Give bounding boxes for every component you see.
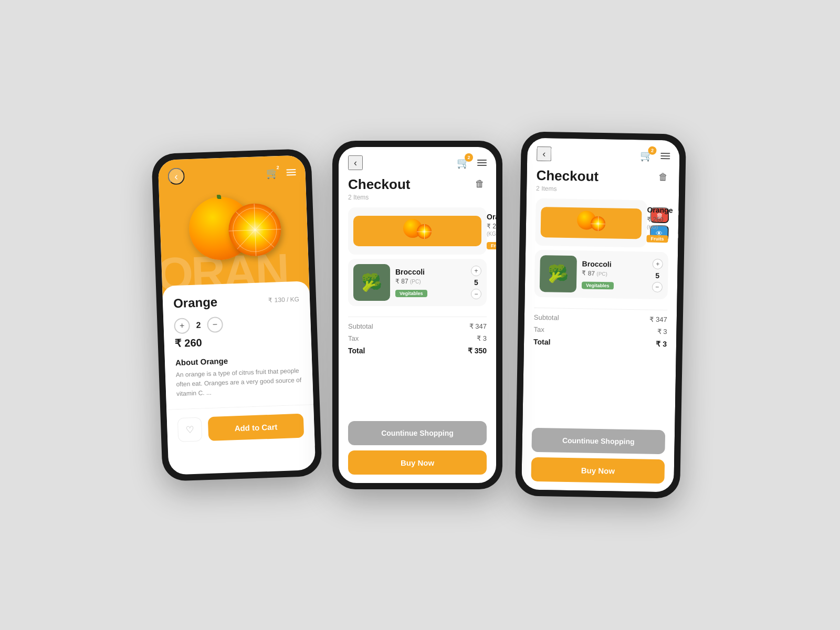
- divider-3: [534, 308, 667, 310]
- phone-product-detail: ORAN ‹ 🛒 2: [151, 149, 322, 481]
- checkout-nav-right: 🛒 2: [457, 156, 487, 169]
- tax-row-3: Tax ₹ 3: [533, 326, 667, 335]
- item-tag-fruits: Fruits: [487, 242, 496, 249]
- checkout-items-3: Orange ₹ 260 (KG) Fruits + 2 −: [524, 194, 679, 308]
- menu-button[interactable]: [477, 160, 487, 166]
- total-price: ₹ 260: [174, 333, 301, 350]
- checkout-screen: ‹ 🛒 2: [339, 147, 496, 483]
- product-name: Orange: [173, 295, 218, 311]
- item-image-broccoli-3: 🥦: [540, 255, 577, 292]
- back-icon: ‹: [174, 170, 178, 182]
- checkout-title-row-3: Checkout 2 Items 🗑: [527, 165, 679, 197]
- checkout-title-row: Checkout 2 Items 🗑: [339, 174, 496, 203]
- back-icon: ‹: [354, 158, 357, 169]
- hamburger-line-3: [287, 174, 296, 176]
- checkout-title-block: Checkout 2 Items: [348, 176, 410, 201]
- item-tag-vegetables-3: Vegitables: [582, 281, 614, 289]
- cart-item-orange-3: Orange ₹ 260 (KG) Fruits + 2 −: [535, 198, 647, 248]
- item-details-broccoli: Broccoli ₹ 87 (PC) Vegitables: [390, 268, 471, 297]
- tax-value-3: ₹ 3: [657, 328, 667, 335]
- quantity-value: 2: [196, 320, 201, 330]
- hamburger-line-3: [660, 158, 670, 159]
- trash-icon: 🗑: [475, 178, 485, 189]
- product-image: [159, 188, 309, 272]
- item-qty-increase-b3[interactable]: +: [653, 259, 663, 269]
- item-image-orange-3: [541, 207, 642, 239]
- cart-count-badge: 2: [465, 153, 473, 162]
- checkout-items: Orange ₹ 260 (KG) Fruits + 2 −: [339, 203, 496, 314]
- product-title-row: Orange ₹ 130 / KG: [173, 292, 300, 311]
- hamburger-line-1: [660, 153, 670, 154]
- screens-container: ORAN ‹ 🛒 2: [157, 133, 683, 497]
- hero-nav: ‹ 🛒 2: [158, 155, 306, 194]
- item-qty-increase-3[interactable]: +: [678, 208, 680, 218]
- checkout-back-button[interactable]: ‹: [348, 155, 363, 170]
- hamburger-line-1: [477, 160, 487, 161]
- buy-now-button[interactable]: Buy Now: [348, 450, 487, 475]
- cart-button-3[interactable]: 🛒 2: [640, 149, 653, 162]
- item-price: ₹ 260 (KG): [647, 216, 673, 231]
- hamburger-line-2: [477, 162, 487, 163]
- product-actions: ♡ Add to Cart: [166, 404, 315, 451]
- add-to-cart-button[interactable]: Add to Cart: [208, 414, 304, 441]
- hamburger-line-2: [660, 155, 670, 156]
- product-info: Orange ₹ 130 / KG + 2 − ₹ 260 About Oran…: [162, 281, 313, 410]
- wishlist-button[interactable]: ♡: [177, 417, 203, 442]
- tax-label: Tax: [348, 334, 359, 342]
- item-details-orange: Orange ₹ 260 (KG) Fruits: [481, 213, 496, 249]
- checkout-title-block-3: Checkout 2 Items: [536, 167, 598, 193]
- delete-all-button-3[interactable]: 🗑: [656, 170, 670, 185]
- subtotal-label-3: Subtotal: [534, 313, 559, 322]
- item-details-broccoli-3: Broccoli ₹ 87 (PC) Vegitables: [576, 259, 653, 290]
- item-qty-decrease-3[interactable]: −: [677, 231, 679, 242]
- cart-button[interactable]: 🛒 2: [266, 166, 279, 180]
- buy-now-button-3[interactable]: Buy Now: [531, 457, 665, 484]
- item-qty-decrease-b3[interactable]: −: [652, 282, 663, 292]
- item-tag-fruits-3: Fruits: [646, 235, 668, 243]
- item-qty-value-b3: 5: [655, 271, 659, 280]
- cart-button[interactable]: 🛒 2: [457, 156, 470, 169]
- hamburger-line-2: [287, 172, 296, 173]
- total-row-3: Total ₹ 3: [533, 338, 667, 348]
- tax-label-3: Tax: [533, 326, 544, 333]
- menu-button[interactable]: [286, 169, 296, 176]
- checkout-back-button-3[interactable]: ‹: [537, 146, 551, 161]
- phone-checkout-swipe: ‹ 🛒 2: [515, 131, 686, 498]
- cart-item-broccoli-3: 🥦 Broccoli ₹ 87 (PC) Vegitables + 5 −: [534, 250, 669, 299]
- cart-badge: 2: [274, 163, 282, 172]
- checkout-totals: Subtotal ₹ 347 Tax ₹ 3 Total ₹ 350: [339, 322, 496, 359]
- total-row: Total ₹ 350: [348, 346, 487, 355]
- product-price-tag: ₹ 130 / KG: [268, 296, 299, 304]
- item-name: Orange: [487, 213, 496, 221]
- item-qty-broccoli: + 5 −: [471, 266, 481, 299]
- item-qty-decrease[interactable]: −: [471, 289, 481, 299]
- continue-shopping-button-3[interactable]: Countinue Shopping: [531, 428, 665, 454]
- quantity-decrease-button[interactable]: −: [207, 317, 223, 333]
- divider: [348, 317, 487, 317]
- item-qty-orange-3: + 2 −: [677, 208, 679, 242]
- item-price: ₹ 260 (KG): [487, 223, 496, 237]
- about-text: An orange is a type of citrus fruit that…: [176, 366, 303, 398]
- delete-all-button[interactable]: 🗑: [473, 176, 487, 192]
- back-button[interactable]: ‹: [167, 167, 185, 185]
- trash-icon: 🗑: [658, 172, 667, 182]
- hamburger-line-3: [477, 165, 487, 166]
- item-qty-value: 5: [474, 278, 478, 287]
- swipe-item-orange: Orange ₹ 260 (KG) Fruits + 2 −: [535, 198, 669, 248]
- continue-shopping-button[interactable]: Countinue Shopping: [348, 421, 487, 445]
- checkout-subtitle-3: 2 Items: [536, 185, 598, 193]
- menu-button-3[interactable]: [660, 153, 670, 159]
- total-value: ₹ 350: [468, 346, 487, 355]
- cart-count-badge-3: 2: [648, 146, 656, 155]
- item-qty-increase[interactable]: +: [471, 266, 481, 276]
- checkout-totals-3: Subtotal ₹ 347 Tax ₹ 3 Total ₹ 3: [524, 313, 677, 352]
- total-label-3: Total: [533, 338, 551, 346]
- subtotal-value: ₹ 347: [469, 322, 487, 330]
- quantity-increase-button[interactable]: +: [174, 318, 190, 334]
- item-qty-broccoli-3: + 5 −: [652, 259, 663, 292]
- checkout-title: Checkout: [348, 176, 410, 193]
- item-image-orange: [353, 216, 481, 246]
- checkout-nav-right-3: 🛒 2: [640, 149, 670, 162]
- tax-value: ₹ 3: [477, 334, 487, 342]
- total-label: Total: [348, 346, 365, 355]
